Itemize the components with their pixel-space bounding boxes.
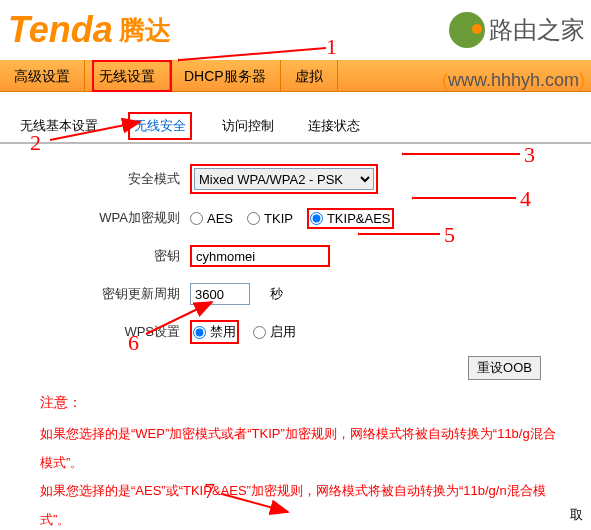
wpa-both-option[interactable]: TKIP&AES: [307, 208, 394, 229]
security-mode-select[interactable]: Mixed WPA/WPA2 - PSK: [194, 168, 374, 190]
nav-advanced[interactable]: 高级设置: [0, 60, 85, 92]
wpa-aes-option[interactable]: AES: [190, 211, 233, 226]
nav-virtual[interactable]: 虚拟: [281, 60, 338, 92]
highlight-security-mode: Mixed WPA/WPA2 - PSK: [190, 164, 378, 194]
renew-label: 密钥更新周期: [40, 285, 190, 303]
renew-unit: 秒: [270, 285, 283, 303]
note-line2: 如果您选择的是“AES”或“TKIP&AES”加密规则，网络模式将被自动转换为“…: [40, 477, 561, 530]
subnav-basic[interactable]: 无线基本设置: [16, 114, 102, 138]
logo-en: Tenda: [8, 9, 113, 51]
key-label: 密钥: [40, 247, 190, 265]
wpa-tkip-radio[interactable]: [247, 212, 260, 225]
watermark-text: 路由之家: [489, 14, 585, 46]
wpa-both-radio[interactable]: [310, 212, 323, 225]
wps-enable-radio[interactable]: [253, 326, 266, 339]
subnav-status[interactable]: 连接状态: [304, 114, 364, 138]
security-mode-label: 安全模式: [40, 170, 190, 188]
wps-enable-option[interactable]: 启用: [253, 323, 296, 341]
wps-label: WPS设置: [40, 323, 190, 341]
watermark-url: (www.hhhyh.com): [442, 70, 585, 91]
renew-input[interactable]: [190, 283, 250, 305]
wpa-tkip-option[interactable]: TKIP: [247, 211, 293, 226]
wps-disable-radio[interactable]: [193, 326, 206, 339]
wpa-rule-label: WPA加密规则: [40, 209, 190, 227]
subnav-security[interactable]: 无线安全: [128, 112, 192, 140]
nav-wireless[interactable]: 无线设置: [85, 60, 170, 92]
nav-dhcp[interactable]: DHCP服务器: [170, 60, 281, 92]
subnav-access[interactable]: 访问控制: [218, 114, 278, 138]
note-line1: 如果您选择的是“WEP”加密模式或者“TKIP”加密规则，网络模式将被自动转换为…: [40, 420, 561, 477]
watermark: 路由之家: [449, 0, 585, 60]
logo-cn: 腾达: [119, 13, 171, 48]
note-title: 注意：: [40, 394, 591, 412]
globe-icon: [449, 12, 485, 48]
key-input[interactable]: [190, 245, 330, 267]
sub-nav: 无线基本设置 无线安全 访问控制 连接状态: [0, 110, 591, 144]
wps-disable-option[interactable]: 禁用: [190, 320, 239, 344]
cancel-text: 取: [570, 506, 583, 524]
reset-oob-button[interactable]: 重设OOB: [468, 356, 541, 380]
wpa-aes-radio[interactable]: [190, 212, 203, 225]
